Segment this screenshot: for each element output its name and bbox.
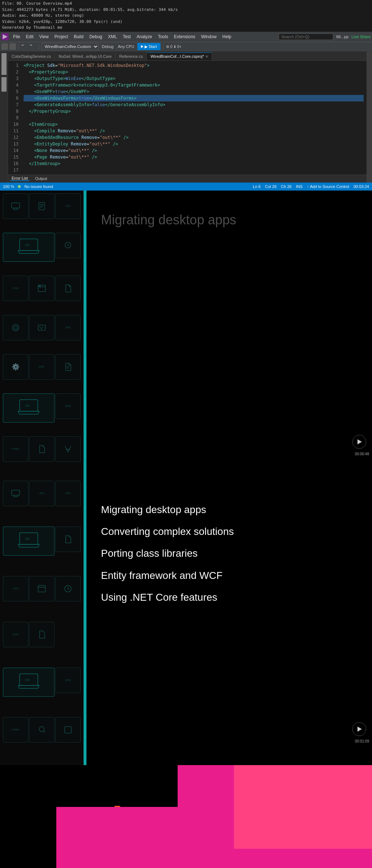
live-share-label[interactable]: Live Share xyxy=(351,35,371,39)
menu-file[interactable]: File xyxy=(10,32,23,42)
svg-text:</>: </> xyxy=(25,537,30,541)
deco2-4 xyxy=(55,527,81,552)
deco-item-12 xyxy=(55,354,81,380)
config-select[interactable]: WiredBrainCoffee.Custom xyxy=(41,43,99,50)
tab-colordialog[interactable]: ColorDialogService.cs xyxy=(8,52,55,60)
outline-item-1: Migrating desktop apps xyxy=(101,503,357,516)
vs-toolbar: ↩ ↪ WiredBrainCoffee.Custom Debug Any CP… xyxy=(0,42,372,52)
start-icon xyxy=(141,45,143,48)
source-control-label[interactable]: ↑ Add to Source Control xyxy=(307,184,349,189)
start-button[interactable]: ▶ Start xyxy=(137,43,161,50)
right-scrollbar[interactable] xyxy=(367,52,372,183)
deco-item-2 xyxy=(29,193,54,219)
deco-item-11: DXF xyxy=(29,354,54,380)
deco-item-17 xyxy=(55,436,81,462)
menu-window[interactable]: Window xyxy=(198,32,219,42)
code-line-4: <TargetFramework>netcoreapp3.0</TargetFr… xyxy=(24,82,364,88)
code-line-15: <Page Remove="out\**" /> xyxy=(24,154,364,160)
menu-tools[interactable]: Tools xyxy=(155,32,171,42)
outline-items: Migrating desktop apps Converting comple… xyxy=(101,496,357,620)
svg-text:</>: </> xyxy=(25,678,30,682)
tab-reference[interactable]: Reference.cs xyxy=(116,52,147,60)
toolbar-icon-1[interactable] xyxy=(1,43,8,50)
code-line-14: <None Remove="out\**" /> xyxy=(24,147,364,154)
outline-item-3: Porting class libraries xyxy=(101,547,357,560)
toolbar-icon-redo[interactable]: ↪ xyxy=(29,43,36,50)
play-icon-2 xyxy=(357,727,362,732)
file-info-line4: Video: h264, yuv420p, 1280x720, 30.00 fp… xyxy=(2,19,370,25)
menu-project[interactable]: Project xyxy=(52,32,71,42)
vs-logo xyxy=(1,33,9,40)
menu-debug[interactable]: Debug xyxy=(86,32,105,42)
tab-close-icon[interactable]: ✕ xyxy=(205,55,208,59)
no-issues-label: No issues found xyxy=(24,184,53,189)
slide-content-1: Migrating desktop apps xyxy=(86,191,372,478)
deco2-10: EXE xyxy=(55,668,81,693)
outline-item-4: Entity framework and WCF xyxy=(101,569,357,582)
deco-item-1 xyxy=(3,193,28,219)
toolbar-separator-1 xyxy=(19,44,19,49)
deco2-7 xyxy=(55,576,81,601)
play-icon-1 xyxy=(357,439,362,444)
menu-help[interactable]: Help xyxy=(219,32,234,42)
search-input[interactable] xyxy=(279,33,333,40)
code-content[interactable]: <Project Sdk="Microsoft.NET.Sdk.WindowsD… xyxy=(21,62,367,173)
error-list-tab[interactable]: Error List xyxy=(10,176,29,181)
color-block-mid xyxy=(56,807,179,868)
deco2-8: DXF xyxy=(3,622,28,647)
deco2-5: CSS xyxy=(3,576,28,601)
svg-point-17 xyxy=(39,285,40,286)
play-button-1[interactable] xyxy=(352,435,366,449)
menu-xml[interactable]: XML xyxy=(105,32,120,42)
code-line-9 xyxy=(24,115,364,121)
toolbar-icon-undo[interactable]: ↩ xyxy=(21,43,28,50)
deco-item-8 xyxy=(29,315,54,340)
toolbar-icon-2[interactable] xyxy=(9,43,16,50)
deco2-1 xyxy=(3,481,28,506)
editor-code[interactable]: 1 2 3 4 5 6 7 8 9 10 11 12 13 14 15 16 1… xyxy=(8,61,367,175)
menu-edit[interactable]: Edit xyxy=(23,32,36,42)
menu-build[interactable]: Build xyxy=(71,32,86,42)
git-info[interactable]: ⚙ 0 ⬇ 0+ xyxy=(166,45,181,49)
deco-grid: </> </> CSS xyxy=(0,191,84,478)
data-sources-icon[interactable]: Data Sources xyxy=(1,53,7,75)
ins-label: INS xyxy=(296,184,303,189)
no-errors-dot xyxy=(18,185,21,188)
play-time-2: 00:01:09 xyxy=(355,739,369,743)
toolbar-separator-2 xyxy=(39,44,39,49)
code-line-13: <EntityDeploy Remove="out\**" /> xyxy=(24,141,364,147)
menu-view[interactable]: View xyxy=(36,32,52,42)
vs-right: Wi...pp Live Share xyxy=(336,35,371,39)
menu-test[interactable]: Test xyxy=(120,32,134,42)
teal-bar-2 xyxy=(84,478,86,765)
color-block-pink xyxy=(234,765,372,849)
play-button-2[interactable] xyxy=(352,722,366,736)
ch-label: Ch 26 xyxy=(281,184,291,189)
menu-extensions[interactable]: Extensions xyxy=(171,32,198,42)
deco2-laptop2: </> xyxy=(3,668,54,697)
code-line-1: <Project Sdk="Microsoft.NET.Sdk.WindowsD… xyxy=(24,62,364,69)
code-line-7: <GenerateAssemblyInfo>false</GenerateAss… xyxy=(24,101,364,108)
tab-csproj[interactable]: WiredBrainCof...I.Core.csproj* ✕ xyxy=(147,52,212,60)
color-section: 00:01:51 xyxy=(0,765,372,868)
deco2-9 xyxy=(29,622,54,647)
svg-point-18 xyxy=(40,285,41,286)
outline-item-2: Converting complex solutions xyxy=(101,525,357,538)
deco-item-6 xyxy=(55,276,81,301)
menu-analyze[interactable]: Analyze xyxy=(134,32,155,42)
svg-point-22 xyxy=(14,326,17,329)
tab-nuget[interactable]: NuGet: Wired...erApp.UI.Core xyxy=(55,52,116,60)
code-line-11: <Compile Remove="out\**" /> xyxy=(24,128,364,134)
deco2-laptop1: </> xyxy=(3,527,54,556)
output-tab[interactable]: Output xyxy=(34,176,49,181)
toolbox-icon[interactable]: Toolbox xyxy=(1,77,7,92)
svg-point-21 xyxy=(12,324,19,331)
status-bar: 100 % No issues found Ln 6 Col 26 Ch 26 … xyxy=(0,183,372,191)
toolbar-separator-3 xyxy=(163,44,163,49)
deco-item-7 xyxy=(3,315,28,340)
file-info-line2: Size: 4941273 bytes (4.71 MiB), duration… xyxy=(2,7,370,13)
status-left: 100 % No issues found xyxy=(3,184,53,189)
deco-item-16 xyxy=(29,436,54,462)
deco-laptop-2: </> xyxy=(3,393,54,423)
outline-item-5: Using .NET Core features xyxy=(101,591,357,604)
